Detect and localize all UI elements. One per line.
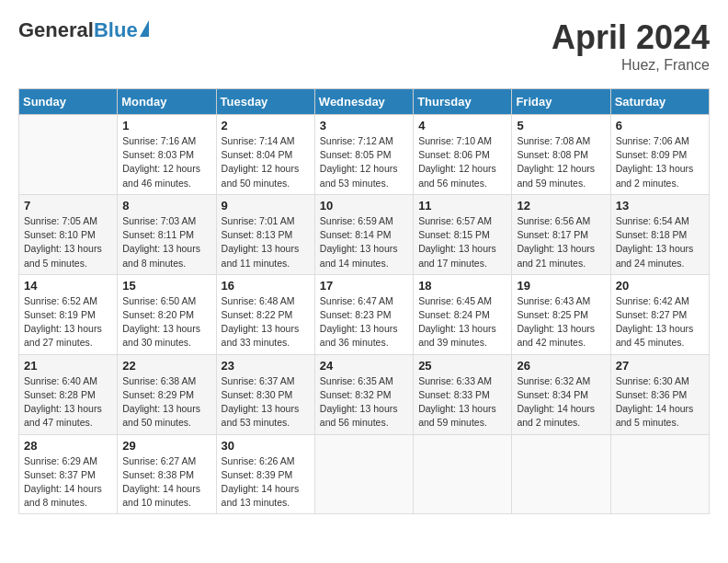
day-info: Sunrise: 6:35 AMSunset: 8:32 PMDaylight:… (320, 374, 408, 431)
calendar-cell: 18Sunrise: 6:45 AMSunset: 8:24 PMDayligh… (414, 274, 512, 354)
calendar-cell: 23Sunrise: 6:37 AMSunset: 8:30 PMDayligh… (216, 354, 314, 434)
day-info: Sunrise: 6:37 AMSunset: 8:30 PMDaylight:… (222, 374, 310, 431)
day-info: Sunrise: 6:56 AMSunset: 8:17 PMDaylight:… (517, 214, 605, 270)
day-info: Sunrise: 6:30 AMSunset: 8:36 PMDaylight:… (616, 374, 704, 431)
calendar-cell: 6Sunrise: 7:06 AMSunset: 8:09 PMDaylight… (610, 115, 709, 195)
day-number: 13 (616, 199, 704, 213)
day-number: 26 (517, 359, 605, 373)
calendar-cell (414, 434, 512, 514)
day-number: 18 (418, 279, 506, 293)
day-number: 12 (517, 199, 605, 213)
calendar-cell: 14Sunrise: 6:52 AMSunset: 8:19 PMDayligh… (19, 274, 118, 354)
month-title: April 2024 (552, 18, 710, 57)
calendar-cell: 2Sunrise: 7:14 AMSunset: 8:04 PMDaylight… (216, 115, 314, 195)
calendar-cell: 24Sunrise: 6:35 AMSunset: 8:32 PMDayligh… (314, 354, 413, 434)
header-day-friday: Friday (512, 89, 610, 115)
day-info: Sunrise: 6:47 AMSunset: 8:23 PMDaylight:… (320, 294, 408, 350)
header-day-sunday: Sunday (19, 89, 118, 115)
day-info: Sunrise: 6:48 AMSunset: 8:22 PMDaylight:… (222, 294, 310, 350)
day-info: Sunrise: 6:42 AMSunset: 8:27 PMDaylight:… (616, 294, 704, 350)
day-info: Sunrise: 6:29 AMSunset: 8:37 PMDaylight:… (24, 454, 112, 511)
day-number: 9 (222, 199, 310, 213)
day-number: 3 (320, 119, 408, 132)
day-number: 2 (222, 119, 310, 132)
day-number: 20 (616, 279, 704, 293)
day-number: 25 (418, 359, 506, 373)
calendar-cell: 3Sunrise: 7:12 AMSunset: 8:05 PMDaylight… (314, 115, 413, 195)
week-row-2: 7Sunrise: 7:05 AMSunset: 8:10 PMDaylight… (19, 194, 710, 274)
day-number: 23 (222, 359, 310, 373)
day-info: Sunrise: 6:27 AMSunset: 8:38 PMDaylight:… (122, 454, 210, 511)
day-number: 7 (24, 199, 112, 213)
header-day-saturday: Saturday (610, 89, 709, 115)
calendar-cell: 4Sunrise: 7:10 AMSunset: 8:06 PMDaylight… (414, 115, 512, 195)
day-number: 14 (24, 279, 112, 293)
day-info: Sunrise: 6:40 AMSunset: 8:28 PMDaylight:… (24, 374, 112, 431)
title-area: April 2024 Huez, France (552, 18, 710, 74)
day-number: 11 (418, 199, 506, 213)
calendar-cell: 21Sunrise: 6:40 AMSunset: 8:28 PMDayligh… (19, 354, 118, 434)
day-info: Sunrise: 7:12 AMSunset: 8:05 PMDaylight:… (320, 134, 408, 190)
calendar-cell: 26Sunrise: 6:32 AMSunset: 8:34 PMDayligh… (512, 354, 610, 434)
calendar-cell: 9Sunrise: 7:01 AMSunset: 8:13 PMDaylight… (216, 194, 314, 274)
day-info: Sunrise: 7:14 AMSunset: 8:04 PMDaylight:… (222, 134, 310, 190)
day-number: 16 (222, 279, 310, 293)
calendar-cell: 5Sunrise: 7:08 AMSunset: 8:08 PMDaylight… (512, 115, 610, 195)
calendar-cell: 27Sunrise: 6:30 AMSunset: 8:36 PMDayligh… (610, 354, 709, 434)
calendar-cell: 28Sunrise: 6:29 AMSunset: 8:37 PMDayligh… (19, 434, 118, 514)
day-number: 10 (320, 199, 408, 213)
calendar-cell: 1Sunrise: 7:16 AMSunset: 8:03 PMDaylight… (118, 115, 216, 195)
header-day-monday: Monday (118, 89, 216, 115)
day-info: Sunrise: 6:45 AMSunset: 8:24 PMDaylight:… (418, 294, 506, 350)
day-info: Sunrise: 6:54 AMSunset: 8:18 PMDaylight:… (616, 214, 704, 270)
week-row-5: 28Sunrise: 6:29 AMSunset: 8:37 PMDayligh… (19, 434, 710, 514)
calendar-cell: 19Sunrise: 6:43 AMSunset: 8:25 PMDayligh… (512, 274, 610, 354)
day-info: Sunrise: 7:05 AMSunset: 8:10 PMDaylight:… (24, 214, 112, 270)
location-label: Huez, France (552, 57, 710, 74)
week-row-3: 14Sunrise: 6:52 AMSunset: 8:19 PMDayligh… (19, 274, 710, 354)
day-number: 4 (418, 119, 506, 132)
week-row-1: 1Sunrise: 7:16 AMSunset: 8:03 PMDaylight… (19, 115, 710, 195)
day-info: Sunrise: 6:59 AMSunset: 8:14 PMDaylight:… (320, 214, 408, 270)
calendar-cell: 15Sunrise: 6:50 AMSunset: 8:20 PMDayligh… (118, 274, 216, 354)
day-number: 22 (122, 359, 210, 373)
day-number: 21 (24, 359, 112, 373)
day-number: 15 (122, 279, 210, 293)
calendar-cell: 16Sunrise: 6:48 AMSunset: 8:22 PMDayligh… (216, 274, 314, 354)
day-number: 5 (517, 119, 605, 132)
day-number: 30 (222, 439, 310, 453)
calendar-cell: 11Sunrise: 6:57 AMSunset: 8:15 PMDayligh… (414, 194, 512, 274)
calendar-cell: 29Sunrise: 6:27 AMSunset: 8:38 PMDayligh… (118, 434, 216, 514)
calendar-table: SundayMondayTuesdayWednesdayThursdayFrid… (18, 88, 710, 514)
logo-blue-text: Blue (94, 18, 138, 42)
day-info: Sunrise: 7:08 AMSunset: 8:08 PMDaylight:… (517, 134, 605, 190)
day-info: Sunrise: 6:52 AMSunset: 8:19 PMDaylight:… (24, 294, 112, 350)
calendar-cell: 10Sunrise: 6:59 AMSunset: 8:14 PMDayligh… (314, 194, 413, 274)
day-number: 8 (122, 199, 210, 213)
calendar-cell: 13Sunrise: 6:54 AMSunset: 8:18 PMDayligh… (610, 194, 709, 274)
day-info: Sunrise: 6:50 AMSunset: 8:20 PMDaylight:… (122, 294, 210, 350)
day-number: 24 (320, 359, 408, 373)
day-info: Sunrise: 7:10 AMSunset: 8:06 PMDaylight:… (418, 134, 506, 190)
calendar-cell (610, 434, 709, 514)
logo: General Blue (18, 18, 149, 42)
header-row: SundayMondayTuesdayWednesdayThursdayFrid… (19, 89, 710, 115)
calendar-cell: 20Sunrise: 6:42 AMSunset: 8:27 PMDayligh… (610, 274, 709, 354)
day-number: 27 (616, 359, 704, 373)
day-info: Sunrise: 7:03 AMSunset: 8:11 PMDaylight:… (122, 214, 210, 270)
day-info: Sunrise: 6:57 AMSunset: 8:15 PMDaylight:… (418, 214, 506, 270)
day-info: Sunrise: 6:26 AMSunset: 8:39 PMDaylight:… (222, 454, 310, 511)
calendar-cell: 30Sunrise: 6:26 AMSunset: 8:39 PMDayligh… (216, 434, 314, 514)
logo-triangle-icon (140, 20, 149, 37)
day-info: Sunrise: 7:16 AMSunset: 8:03 PMDaylight:… (122, 134, 210, 190)
calendar-cell (19, 115, 118, 195)
calendar-cell (314, 434, 413, 514)
calendar-cell (512, 434, 610, 514)
calendar-cell: 8Sunrise: 7:03 AMSunset: 8:11 PMDaylight… (118, 194, 216, 274)
week-row-4: 21Sunrise: 6:40 AMSunset: 8:28 PMDayligh… (19, 354, 710, 434)
day-number: 6 (616, 119, 704, 132)
header-day-wednesday: Wednesday (314, 89, 413, 115)
calendar-cell: 12Sunrise: 6:56 AMSunset: 8:17 PMDayligh… (512, 194, 610, 274)
logo-general-text: General (18, 18, 94, 42)
day-info: Sunrise: 6:33 AMSunset: 8:33 PMDaylight:… (418, 374, 506, 431)
